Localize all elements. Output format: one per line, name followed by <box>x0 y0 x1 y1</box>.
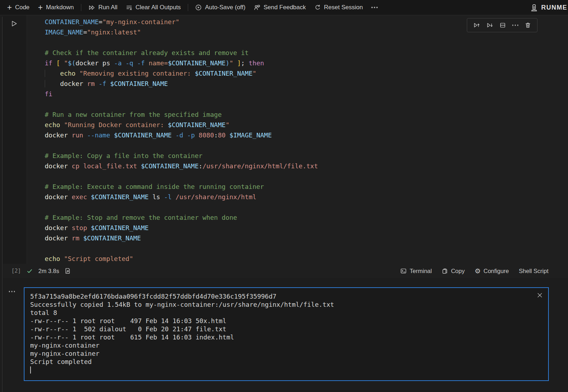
toolbar-item-label: Markdown <box>46 4 74 11</box>
code-line <box>45 140 568 151</box>
output-line: my-nginx-container <box>30 341 542 349</box>
clear-all-outputs-button[interactable]: Clear All Outputs <box>122 2 185 13</box>
add-markdown-cell-button[interactable]: + Markdown <box>34 2 78 13</box>
output-line: my-nginx-container <box>30 349 542 358</box>
runme-logo-icon <box>530 4 538 11</box>
toolbar-item-label: Run All <box>98 4 118 11</box>
cell-language-label: Shell Script <box>519 268 548 274</box>
code-line: echo "Running Docker container: $CONTAIN… <box>45 120 568 130</box>
gear-icon: ⚙ <box>475 268 481 274</box>
action-label: Terminal <box>410 268 432 274</box>
autosave-icon <box>195 4 202 11</box>
cell-gutter <box>3 15 27 264</box>
copy-icon <box>442 268 448 274</box>
file-open-icon <box>65 268 71 274</box>
terminal-cursor <box>30 366 31 374</box>
plus-icon: + <box>38 5 43 10</box>
code-line: docker run --name $CONTAINER_NAME -d -p … <box>45 130 568 140</box>
run-all-button[interactable]: Run All <box>84 2 122 13</box>
code-line: docker stop $CONTAINER_NAME <box>45 223 568 233</box>
play-down-icon <box>486 22 493 28</box>
code-line: echo "Removing existing container: $CONT… <box>45 68 568 78</box>
terminal-icon <box>400 268 407 274</box>
code-line <box>45 37 568 48</box>
execute-cell-and-below-button[interactable] <box>484 21 496 30</box>
execute-above-cells-button[interactable] <box>470 21 483 30</box>
code-line <box>45 171 568 181</box>
code-line: echo "Script completed" <box>45 254 568 264</box>
reset-session-button[interactable]: Reset Session <box>310 2 367 13</box>
toolbar-item-label: Reset Session <box>324 4 363 11</box>
add-code-cell-button[interactable]: + Code <box>3 2 34 13</box>
send-feedback-button[interactable]: Send Feedback <box>250 2 310 13</box>
cell-main: CONTAINER_NAME="my-nginx-container"IMAGE… <box>3 15 568 264</box>
ellipsis-icon <box>9 291 10 292</box>
code-line <box>45 243 568 254</box>
code-lines: CONTAINER_NAME="my-nginx-container"IMAGE… <box>45 17 568 264</box>
run-all-icon <box>88 5 95 11</box>
toolbar-left-group: + Code + Markdown Run All Clear All Outp… <box>3 2 382 13</box>
output-line: Script completed <box>30 358 542 366</box>
cell-output-panel[interactable]: 5f3a715a9a8be2efd6176bdaa096f3fcdd82f57d… <box>24 287 549 381</box>
success-check-icon <box>26 268 33 274</box>
copy-button[interactable]: Copy <box>442 268 465 274</box>
code-line: # Example: Stop and remove the container… <box>45 212 568 223</box>
notebook-toolbar: + Code + Markdown Run All Clear All Outp… <box>0 0 568 15</box>
toolbar-right-group: RUNME <box>527 2 568 13</box>
toolbar-item-label: Code <box>15 4 29 11</box>
code-line: if [ "$(docker ps -a -q -f name=$CONTAIN… <box>45 58 568 68</box>
clear-outputs-icon <box>126 5 132 11</box>
split-cell-button[interactable] <box>497 21 509 30</box>
terminal-button[interactable]: Terminal <box>400 268 432 274</box>
output-line: -rw-r--r-- 1 502 dialout 0 Feb 20 21:47 … <box>30 325 542 333</box>
reset-icon <box>315 4 321 11</box>
toolbar-item-label: Clear All Outputs <box>136 4 181 11</box>
code-line: docker cp local_file.txt $CONTAINER_NAME… <box>45 161 568 171</box>
ellipsis-icon <box>371 7 378 8</box>
toolbar-more-actions-button[interactable] <box>367 5 382 10</box>
output-more-actions-button[interactable] <box>0 287 24 293</box>
play-up-icon <box>473 22 480 28</box>
cell-status-group: [2] 2m 3.8s <box>11 268 71 274</box>
cell-more-actions-button[interactable] <box>509 23 521 27</box>
cell-toolbar <box>467 18 538 32</box>
toolbar-divider <box>188 4 188 11</box>
close-output-button[interactable] <box>536 292 544 299</box>
code-cell: CONTAINER_NAME="my-nginx-container"IMAGE… <box>3 15 568 278</box>
execution-count: [2] <box>11 268 21 274</box>
cell-actions-group: Terminal Copy ⚙ Configure Shell Script <box>400 268 548 274</box>
code-line: # Check if the container already exists … <box>45 48 568 58</box>
plus-icon: + <box>7 5 12 10</box>
auto-save-toggle[interactable]: Auto-Save (off) <box>191 2 250 13</box>
delete-cell-button[interactable] <box>522 21 534 30</box>
cell-footer: [2] 2m 3.8s Terminal <box>3 264 568 278</box>
cell-focus-indicator <box>2 17 2 392</box>
execution-duration: 2m 3.8s <box>38 268 59 274</box>
configure-button[interactable]: ⚙ Configure <box>475 268 509 274</box>
close-icon <box>537 292 543 298</box>
code-line <box>45 202 568 212</box>
code-line: fi <box>45 89 568 99</box>
code-line: docker rm $CONTAINER_NAME <box>45 233 568 243</box>
open-session-output-button[interactable] <box>65 268 71 274</box>
play-icon <box>10 20 18 27</box>
ellipsis-icon <box>512 24 519 26</box>
runme-brand[interactable]: RUNME <box>527 2 568 13</box>
run-cell-button[interactable] <box>10 20 18 27</box>
feedback-icon <box>254 4 260 11</box>
output-line: -rw-r--r-- 1 root root 497 Feb 14 16:03 … <box>30 317 542 325</box>
cell-output-row: 5f3a715a9a8be2efd6176bdaa096f3fcdd82f57d… <box>0 287 568 381</box>
split-cell-icon <box>499 22 506 28</box>
code-editor[interactable]: CONTAINER_NAME="my-nginx-container"IMAGE… <box>27 15 568 264</box>
trash-icon <box>525 22 531 28</box>
output-line: Successfully copied 1.54kB to my-nginx-c… <box>30 300 542 309</box>
code-line: docker rm -f $CONTAINER_NAME <box>45 78 568 89</box>
toolbar-item-label: Auto-Save (off) <box>205 4 245 11</box>
output-line: -rw-r--r-- 1 root root 615 Feb 14 16:03 … <box>30 333 542 341</box>
code-line: # Example: Copy a file into the containe… <box>45 151 568 161</box>
code-line <box>45 99 568 109</box>
toolbar-divider <box>81 4 81 11</box>
output-line: 5f3a715a9a8be2efd6176bdaa096f3fcdd82f57d… <box>30 292 542 300</box>
brand-label: RUNME <box>541 4 568 11</box>
code-line: # Run a new container from the specified… <box>45 109 568 120</box>
